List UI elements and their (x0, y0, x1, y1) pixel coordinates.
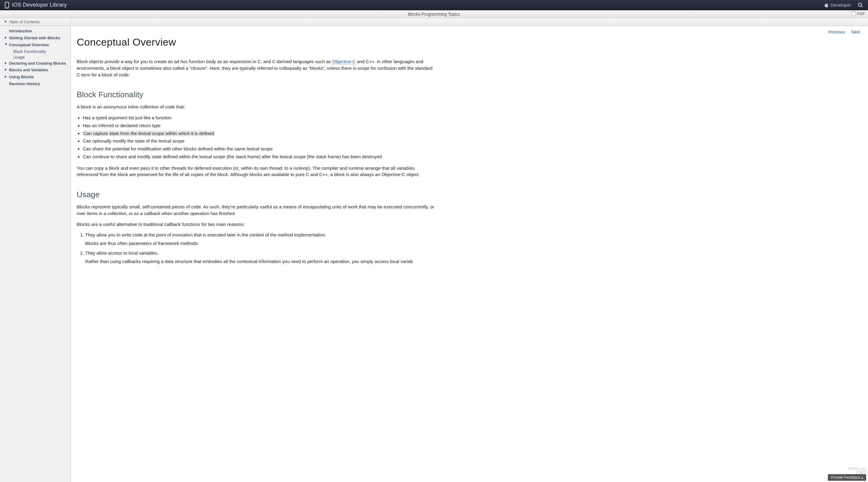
list-item: Has an inferred or declared return type (83, 122, 436, 129)
toc-item-getting-started[interactable]: Getting Started with Blocks (0, 35, 70, 42)
section1-post: You can copy a block and even pass it to… (77, 165, 436, 178)
section2-p1: Blocks represent typically small, self-c… (77, 203, 436, 217)
page-title: Conceptual Overview (77, 36, 436, 48)
list-item-text: Can optionally modify the state of the l… (83, 138, 185, 143)
feedback-label: Provide Feedback (831, 475, 860, 480)
provide-feedback-button[interactable]: Provide Feedback ▴ (828, 474, 866, 481)
toc-item-label: Conceptual Overview (9, 42, 49, 47)
list-item-text: They allow access to local variables. (85, 250, 159, 256)
svg-point-0 (858, 3, 862, 6)
toc-sub-block-functionality[interactable]: Block Functionality (0, 49, 70, 54)
watermark-line: 51CTO.com (848, 467, 866, 471)
chevron-up-icon: ▴ (861, 475, 863, 480)
toc-item-conceptual-overview[interactable]: Conceptual Overview (0, 42, 70, 49)
toc-item-label: Using Blocks (9, 74, 34, 79)
list-item-subtext: Blocks are thus often parameters of fram… (85, 240, 436, 247)
next-link[interactable]: Next (851, 30, 860, 34)
list-item: Can share the potential for modification… (83, 146, 436, 152)
content-toolbar (71, 18, 868, 26)
list-item: Can optionally modify the state of the l… (83, 138, 436, 144)
pdf-label: PDF (857, 11, 865, 16)
sidebar: Table of Contents Introduction Getting S… (0, 18, 71, 482)
toc-item-label: Revision History (9, 82, 40, 86)
toc-item-label: Getting Started with Blocks (9, 36, 60, 40)
device-icon (5, 2, 9, 8)
developer-link[interactable]: Developer (825, 2, 851, 7)
toc-toggle[interactable]: Table of Contents (0, 18, 70, 26)
doc-title-bar: Blocks Programming Topics PDF (0, 10, 868, 18)
toc-item-declaring-creating[interactable]: Declaring and Creating Blocks (0, 60, 70, 67)
toc-sub-usage[interactable]: Usage (0, 54, 70, 60)
list-item-text: Can continue to share and modify state d… (83, 154, 382, 159)
list-item: They allow access to local variables. Ra… (85, 250, 436, 265)
chevron-right-icon (5, 75, 7, 78)
list-item: They allow you to write code at the poin… (85, 232, 436, 247)
apple-logo-icon (825, 3, 829, 7)
objective-c-link[interactable]: Objective-C (332, 59, 356, 64)
toc-sub-label: Block Functionality (13, 49, 46, 54)
list-item-text-highlighted: Can capture state from the lexical scope… (83, 130, 215, 136)
toc-item-using-blocks[interactable]: Using Blocks (0, 74, 70, 81)
site-title[interactable]: iOS Developer Library (12, 2, 67, 8)
chevron-down-icon (4, 21, 7, 23)
section2-p2: Blocks are a useful alternative to tradi… (77, 221, 436, 228)
chevron-right-icon (5, 69, 7, 71)
section-heading-block-functionality: Block Functionality (77, 90, 436, 99)
top-nav-bar: iOS Developer Library Developer (0, 0, 868, 10)
intro-paragraph: Block objects provide a way for you to c… (77, 58, 436, 78)
toc-item-revision-history[interactable]: Revision History (0, 81, 70, 88)
content-scroll[interactable]: Previous Next Conceptual Overview Block … (71, 26, 868, 482)
section2-ordered: They allow you to write code at the poin… (85, 232, 436, 264)
toc-header-label: Table of Contents (9, 20, 39, 24)
list-item: Can continue to share and modify state d… (83, 153, 436, 160)
toc-item-label: Introduction (9, 29, 32, 33)
list-item-text: Has an inferred or declared return type (83, 123, 161, 128)
main-area: Table of Contents Introduction Getting S… (0, 18, 868, 482)
list-item: Has a typed argument list just like a fu… (83, 115, 436, 121)
previous-link[interactable]: Previous (829, 30, 845, 34)
toc-item-label: Blocks and Variables (9, 68, 48, 72)
section1-lead: A block is an anonymous inline collectio… (77, 104, 436, 110)
chevron-right-icon (5, 62, 7, 64)
chevron-right-icon (5, 36, 7, 39)
toc-item-introduction[interactable]: Introduction (0, 28, 70, 35)
list-item-text: They allow you to write code at the poin… (85, 232, 326, 237)
toc-list: Introduction Getting Started with Blocks… (0, 26, 70, 94)
section1-bullets: Has a typed argument list just like a fu… (83, 115, 436, 160)
search-icon[interactable] (858, 2, 863, 8)
toc-item-label: Declaring and Creating Blocks (9, 61, 66, 66)
content-wrap: Previous Next Conceptual Overview Block … (71, 18, 868, 482)
section-heading-usage: Usage (77, 190, 436, 199)
list-item-text: Can share the potential for modification… (83, 146, 273, 151)
list-item-text: Has a typed argument list just like a fu… (83, 115, 171, 120)
developer-link-label: Developer (831, 2, 851, 7)
watermark-line: 亿建艺 (848, 471, 866, 474)
watermark: 51CTO.com 亿建艺 (848, 467, 866, 474)
pager: Previous Next (77, 26, 862, 34)
article: Conceptual Overview Block objects provid… (77, 36, 436, 264)
topbar-left: iOS Developer Library (5, 2, 67, 8)
chevron-down-icon (5, 43, 7, 45)
list-item: Can capture state from the lexical scope… (83, 130, 436, 137)
pdf-icon (852, 11, 856, 16)
topbar-right: Developer (825, 2, 863, 8)
svg-line-1 (861, 6, 863, 7)
pdf-button[interactable]: PDF (852, 11, 865, 16)
doc-title: Blocks Programming Topics (408, 12, 460, 17)
toc-item-blocks-variables[interactable]: Blocks and Variables (0, 67, 70, 74)
list-item-subtext: Rather than using callbacks requiring a … (85, 258, 436, 265)
toc-sub-label: Usage (13, 55, 25, 60)
intro-text-before: Block objects provide a way for you to c… (77, 59, 332, 64)
